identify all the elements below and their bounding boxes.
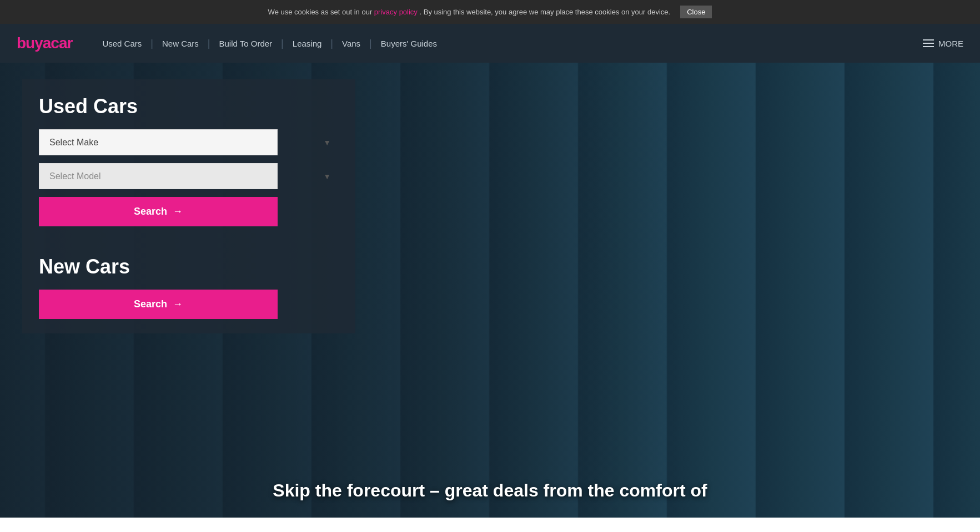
logo[interactable]: buyacar: [17, 34, 72, 52]
nav-separator-4: |: [329, 38, 334, 49]
logo-a: a: [43, 34, 51, 52]
nav-links: Used Cars | New Cars | Build To Order | …: [94, 38, 923, 49]
new-cars-search-label: Search: [134, 298, 167, 310]
nav-item-used-cars[interactable]: Used Cars: [94, 39, 149, 48]
nav-item-leasing[interactable]: Leasing: [285, 39, 330, 48]
select-make-arrow-icon: ▼: [323, 138, 331, 147]
used-cars-title: Used Cars: [39, 95, 339, 118]
nav-item-build-to-order[interactable]: Build To Order: [212, 39, 280, 48]
privacy-policy-link[interactable]: privacy policy: [374, 8, 418, 16]
cookie-close-button[interactable]: Close: [680, 6, 712, 18]
hero-section: Used Cars Select Make Audi BMW Ford Merc…: [0, 63, 980, 518]
nav-separator-3: |: [280, 38, 285, 49]
nav-link-leasing[interactable]: Leasing: [285, 39, 330, 48]
nav-link-new-cars[interactable]: New Cars: [154, 39, 207, 48]
select-model-wrapper: Select Model ▼: [39, 163, 339, 189]
nav-item-vans[interactable]: Vans: [334, 39, 368, 48]
used-cars-panel: Used Cars Select Make Audi BMW Ford Merc…: [22, 79, 355, 243]
hero-content: Used Cars Select Make Audi BMW Ford Merc…: [0, 63, 378, 350]
select-model-arrow-icon: ▼: [323, 172, 331, 181]
hero-tagline: Skip the forecourt – great deals from th…: [0, 480, 980, 501]
more-label: MORE: [938, 39, 963, 48]
hamburger-icon: [923, 39, 934, 47]
used-cars-search-button[interactable]: Search →: [39, 197, 278, 226]
nav-separator-2: |: [207, 38, 212, 49]
select-make-wrapper: Select Make Audi BMW Ford Mercedes Toyot…: [39, 129, 339, 155]
used-cars-search-arrow-icon: →: [173, 206, 183, 217]
nav-separator-5: |: [368, 38, 373, 49]
logo-buy: buy: [17, 34, 43, 52]
new-cars-search-arrow-icon: →: [173, 298, 183, 310]
cookie-text: We use cookies as set out in our privacy…: [268, 8, 671, 16]
new-cars-panel: New Cars Search →: [22, 243, 355, 333]
select-make-dropdown[interactable]: Select Make Audi BMW Ford Mercedes Toyot…: [39, 129, 278, 155]
nav-link-used-cars[interactable]: Used Cars: [94, 39, 149, 48]
nav-more-menu[interactable]: MORE: [923, 39, 963, 48]
new-cars-title: New Cars: [39, 255, 339, 278]
nav-link-buyers-guides[interactable]: Buyers' Guides: [373, 39, 445, 48]
navbar: buyacar Used Cars | New Cars | Build To …: [0, 24, 980, 63]
nav-item-new-cars[interactable]: New Cars: [154, 39, 207, 48]
logo-car: car: [51, 34, 72, 52]
new-cars-search-button[interactable]: Search →: [39, 290, 278, 319]
nav-item-buyers-guides[interactable]: Buyers' Guides: [373, 39, 445, 48]
used-cars-search-label: Search: [134, 206, 167, 217]
nav-link-build-to-order[interactable]: Build To Order: [212, 39, 280, 48]
nav-separator-1: |: [149, 38, 154, 49]
cookie-bar: We use cookies as set out in our privacy…: [0, 0, 980, 24]
select-model-dropdown[interactable]: Select Model: [39, 163, 278, 189]
nav-link-vans[interactable]: Vans: [334, 39, 368, 48]
